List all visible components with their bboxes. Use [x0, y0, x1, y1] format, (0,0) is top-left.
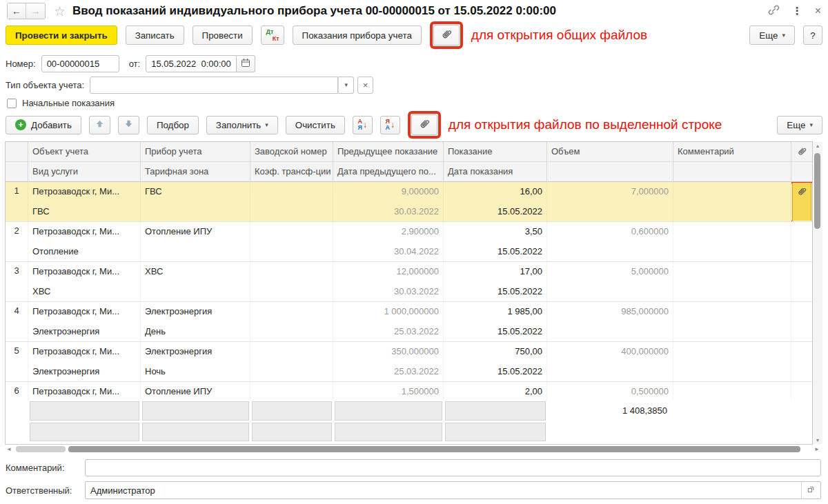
number-input[interactable]: [41, 55, 119, 72]
header-serial[interactable]: Заводской номерКоэф. трансф-ции: [250, 142, 333, 181]
date-label: от:: [129, 59, 141, 69]
table-row[interactable]: 1 Петрозаводск г, Ми...ГВС ГВС 9,0000003…: [6, 182, 812, 222]
forward-icon: →: [31, 6, 41, 17]
horizontal-scrollbar-thumb[interactable]: [68, 446, 800, 452]
arrow-down-small-icon: ↓: [363, 121, 367, 129]
vertical-scrollbar[interactable]: ▲ ▼: [813, 142, 822, 444]
footer-cell: [30, 401, 139, 421]
header-comment[interactable]: Комментарий: [673, 142, 791, 181]
annotation-row-files: для открытия файлов по выделенной строке: [448, 117, 722, 132]
common-files-paperclip-button[interactable]: [433, 25, 460, 46]
chevron-down-icon: ▾: [809, 121, 813, 128]
horizontal-scrollbar-segment[interactable]: [16, 446, 66, 452]
back-icon: ←: [12, 6, 21, 17]
footer-row-empty: [6, 421, 812, 443]
header-previous[interactable]: Предыдущее показаниеДата предыдущего по.…: [333, 142, 444, 181]
open-button[interactable]: [801, 482, 820, 498]
dropdown-button[interactable]: ▼: [338, 77, 354, 94]
favorite-star-icon[interactable]: ☆: [54, 3, 66, 19]
initial-readings-checkbox[interactable]: [7, 99, 17, 108]
footer-cell: [445, 401, 546, 421]
more-label: Еще: [759, 30, 778, 41]
open-icon: [807, 485, 816, 496]
comment-input[interactable]: [85, 459, 821, 476]
main-toolbar: Провести и закрыть Записать Провести Дт …: [6, 25, 822, 46]
date-input[interactable]: [146, 55, 237, 72]
header-reading[interactable]: ПоказаниеДата показания: [444, 142, 547, 181]
pick-button[interactable]: Подбор: [147, 116, 199, 134]
red-highlight-common-files: [430, 21, 463, 49]
responsible-row: Ответственный: Администратор: [6, 481, 821, 499]
footer-row-totals: 1 408,3850: [6, 400, 812, 421]
grid-more-button[interactable]: Еще ▾: [777, 116, 822, 134]
table-row[interactable]: 5 Петрозаводск г, Ми...Электроэнергия Эл…: [6, 342, 812, 382]
readings-table: Объект учетаВид услуги Прибор учетаТариф…: [5, 141, 813, 445]
object-type-label: Тип объекта учета:: [6, 80, 84, 90]
responsible-field[interactable]: Администратор: [85, 481, 821, 499]
post-and-close-button[interactable]: Провести и закрыть: [6, 26, 117, 45]
grid-toolbar: + Добавить Подбор Заполнить ▾ Очистить А…: [6, 113, 822, 137]
arrow-down-small-icon: ↓: [391, 121, 395, 129]
table-row[interactable]: 2 Петрозаводск г, Ми...Отопление Отоплен…: [6, 222, 812, 262]
scroll-right-arrow-icon[interactable]: ►: [814, 446, 820, 452]
sort-descending-button[interactable]: Я А ↓: [380, 116, 400, 134]
paperclip-icon: [791, 142, 812, 162]
more-button[interactable]: Еще ▾: [749, 26, 795, 45]
fill-button[interactable]: Заполнить ▾: [206, 116, 278, 134]
scroll-down-arrow-icon[interactable]: ▼: [813, 438, 822, 443]
sort-descending-icon: Я А: [386, 119, 391, 131]
add-row-button[interactable]: + Добавить: [6, 116, 81, 134]
object-type-combobox[interactable]: ▼: [90, 77, 354, 94]
vertical-scrollbar-thumb[interactable]: [814, 153, 820, 229]
number-date-row: Номер: от:: [6, 55, 255, 72]
more-menu-icon[interactable]: ⋮: [792, 8, 802, 14]
write-button[interactable]: Записать: [126, 26, 184, 45]
move-down-button[interactable]: [118, 116, 139, 134]
chevron-down-icon: ▼: [344, 82, 349, 88]
clear-rows-button[interactable]: Очистить: [286, 116, 345, 134]
page-title: Ввод показаний индивидуального прибора у…: [72, 4, 556, 18]
responsible-label: Ответственный:: [6, 485, 85, 496]
nav-button-group: ← →: [7, 3, 46, 19]
table-row[interactable]: 4 Петрозаводск г, Ми...Электроэнергия Эл…: [6, 302, 812, 342]
clear-field-button[interactable]: ×: [357, 77, 373, 94]
footer-cell: [335, 401, 442, 421]
paperclip-icon: [440, 28, 453, 43]
grid-more-label: Еще: [787, 120, 805, 130]
paperclip-icon: [418, 118, 431, 132]
responsible-value: Администратор: [86, 485, 801, 496]
header-attachments[interactable]: [791, 142, 812, 181]
chevron-down-icon: ▾: [782, 32, 785, 39]
post-button[interactable]: Провести: [193, 26, 253, 45]
footer-cell: [142, 401, 249, 421]
calendar-button[interactable]: [237, 55, 255, 72]
link-icon[interactable]: [768, 4, 780, 18]
row-files-paperclip-button[interactable]: [411, 114, 437, 135]
dt-kt-button[interactable]: Дт Кт: [261, 26, 284, 45]
comment-label: Комментарий:: [6, 463, 85, 473]
help-button[interactable]: ?: [803, 26, 822, 45]
close-icon[interactable]: ×: [815, 5, 821, 17]
header-object[interactable]: Объект учетаВид услуги: [28, 142, 141, 181]
header-device[interactable]: Прибор учетаТарифная зона: [141, 142, 250, 181]
footer-cell: [142, 423, 249, 441]
meter-readings-button[interactable]: Показания прибора учета: [293, 26, 422, 45]
horizontal-scrollbar[interactable]: ◄ ►: [5, 445, 822, 454]
move-up-button[interactable]: [89, 116, 110, 134]
header-volume[interactable]: Объем: [547, 142, 673, 181]
red-highlight-row-files: [408, 111, 441, 139]
table-header: Объект учетаВид услуги Прибор учетаТариф…: [6, 142, 812, 182]
object-type-input[interactable]: [90, 77, 338, 94]
scroll-up-arrow-icon[interactable]: ▲: [813, 143, 822, 148]
dt-label: Дт: [266, 28, 274, 35]
row-attachment-cell[interactable]: [791, 182, 812, 221]
scroll-left-arrow-icon[interactable]: ◄: [6, 446, 12, 452]
volume-total: 1 408,3850: [549, 401, 672, 421]
object-type-row: Тип объекта учета: ▼ ×: [6, 77, 373, 94]
sort-ascending-button[interactable]: А Я ↓: [353, 116, 373, 134]
table-row[interactable]: 3 Петрозаводск г, Ми...ХВС ХВС 12,000000…: [6, 262, 812, 302]
forward-button[interactable]: →: [26, 3, 45, 19]
footer-cell: [445, 423, 546, 441]
back-button[interactable]: ←: [8, 3, 26, 19]
table-row[interactable]: 6 Петрозаводск г, Ми... Отопление ИПУ 1,…: [6, 382, 812, 399]
